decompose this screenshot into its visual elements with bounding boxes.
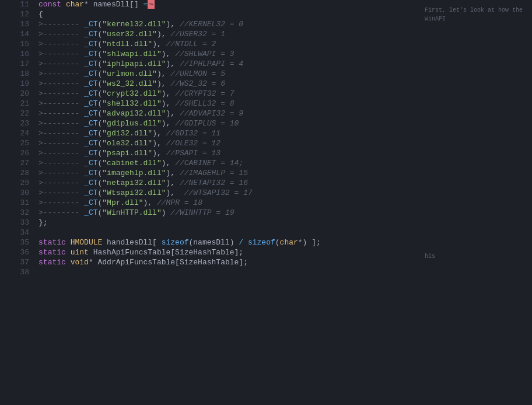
table-row: 12{ (0, 10, 532, 20)
token-comment: >-------- (38, 30, 79, 39)
token-plain: ), (162, 159, 175, 167)
token-plain: ), (162, 119, 175, 128)
token-plain: ), (152, 129, 166, 138)
token-red-mark: ~ (148, 0, 155, 9)
token-comment: >-------- (38, 50, 79, 58)
token-plain: ), (152, 149, 166, 158)
line-number: 18 (0, 69, 36, 79)
line-content: >-------- _CT("psapi.dll"), //PSAPI = 13 (36, 149, 532, 159)
line-content: >-------- _CT("shlwapi.dll"), //SHLWAPI … (36, 50, 532, 60)
token-plain: ), (162, 50, 175, 58)
token-plain (79, 50, 84, 58)
line-number: 20 (0, 89, 36, 99)
token-plain (66, 258, 71, 267)
token-comment: >-------- (38, 129, 79, 138)
line-content: >-------- _CT("Mpr.dll"), //MPR = 18 (36, 198, 532, 208)
token-comment: >-------- (38, 208, 79, 217)
line-content: static void* AddrApiFuncsTable[SizeHashT… (36, 258, 532, 268)
token-comment: >-------- (38, 119, 79, 128)
token-plain: ), (157, 79, 170, 88)
table-row: 20>-------- _CT("crypt32.dll"), //CRYPT3… (0, 89, 532, 99)
table-row: 14>-------- _CT("user32.dll"), //USER32 … (0, 30, 532, 40)
table-row: 31>-------- _CT("Mpr.dll"), //MPR = 18 (0, 198, 532, 208)
token-str: "shlwapi.dll" (102, 50, 161, 58)
line-number: 17 (0, 60, 36, 69)
token-plain (79, 60, 84, 68)
line-number: 35 (0, 238, 36, 248)
line-content (36, 228, 532, 238)
token-comment: //IMAGEHLP = 15 (180, 169, 248, 177)
token-plain: ), (162, 99, 175, 108)
token-comment: >-------- (38, 109, 79, 118)
token-str: "cabinet.dll" (102, 159, 161, 167)
token-str: "advapi32.dll" (102, 109, 166, 118)
table-row: 26>-------- _CT("psapi.dll"), //PSAPI = … (0, 149, 532, 159)
token-op: / (239, 238, 243, 247)
token-str: "netapi32.dll" (102, 179, 166, 187)
token-plain (79, 79, 84, 88)
line-number: 13 (0, 20, 36, 30)
token-plain (79, 89, 84, 98)
token-plain (79, 40, 84, 48)
table-row: 21>-------- _CT("shell32.dll"), //SHELL3… (0, 99, 532, 109)
table-row: 30>-------- _CT("Wtsapi32.dll"), //WTSAP… (0, 188, 532, 198)
token-comment: //CRYPT32 = 7 (175, 89, 234, 98)
token-comment: //ADVAPI32 = 9 (180, 109, 243, 118)
token-plain: ), (166, 109, 180, 118)
code-area[interactable]: 11const char* namesDll[] =~12{13>-------… (0, 0, 532, 405)
token-comment: >-------- (38, 169, 79, 177)
table-row: 36static uint HashApiFuncsTable[SizeHash… (0, 248, 532, 258)
line-content: >-------- _CT("shell32.dll"), //SHELL32 … (36, 99, 532, 109)
token-plain (79, 179, 84, 187)
token-fn: _CT (84, 159, 97, 167)
token-comment: //WINHTTP = 19 (170, 208, 234, 217)
token-comment: >-------- (38, 159, 79, 167)
table-row: 32>-------- _CT("WinHTTP.dll") //WINHTTP… (0, 208, 532, 218)
line-number: 30 (0, 188, 36, 198)
line-number: 37 (0, 258, 36, 268)
token-plain (79, 129, 84, 138)
line-number: 38 (0, 268, 36, 278)
table-row: 25>-------- _CT("ole32.dll"), //OLE32 = … (0, 139, 532, 149)
token-fn: _CT (84, 60, 97, 68)
token-plain: ( (275, 238, 280, 247)
editor-container: 11const char* namesDll[] =~12{13>-------… (0, 0, 532, 405)
line-content: >-------- _CT("kernel32.dll"), //KERNEL3… (36, 20, 532, 30)
token-fn: _CT (84, 188, 97, 197)
token-comment: //GDIPLUS = 10 (175, 119, 239, 128)
token-plain (61, 0, 66, 9)
token-plain: ), (166, 169, 180, 177)
table-row: 22>-------- _CT("advapi32.dll"), //ADVAP… (0, 109, 532, 119)
token-comment: //MPR = 18 (157, 198, 202, 207)
token-str: "ole32.dll" (102, 139, 152, 148)
token-type: char (66, 0, 84, 9)
token-fn: _CT (84, 99, 97, 108)
token-comment: //CABINET = 14; (175, 159, 243, 167)
token-plain: ), (152, 40, 166, 48)
table-row: 19>-------- _CT("ws2_32.dll"), //WS2_32 … (0, 79, 532, 89)
token-str: "ntdll.dll" (102, 40, 152, 48)
table-row: 37static void* AddrApiFuncsTable[SizeHas… (0, 258, 532, 268)
token-plain: ), (166, 20, 180, 29)
token-plain (66, 248, 71, 257)
token-str: "user32.dll" (102, 30, 157, 39)
table-row: 15>-------- _CT("ntdll.dll"), //NTDLL = … (0, 40, 532, 50)
token-type: uint (71, 248, 89, 257)
token-plain (79, 69, 84, 78)
token-plain (79, 169, 84, 177)
table-row: 34 (0, 228, 532, 238)
line-content: >-------- _CT("imagehlp.dll"), //IMAGEHL… (36, 169, 532, 179)
token-str: "iphlpapi.dll" (102, 60, 166, 68)
line-number: 32 (0, 208, 36, 218)
table-row: 16>-------- _CT("shlwapi.dll"), //SHLWAP… (0, 50, 532, 60)
line-number: 27 (0, 159, 36, 169)
token-plain: ), (157, 30, 170, 39)
token-fn: _CT (84, 89, 97, 98)
token-comment: >-------- (38, 188, 79, 197)
token-plain: ), (162, 89, 175, 98)
token-plain (79, 139, 84, 148)
token-str: "gdiplus.dll" (102, 119, 161, 128)
token-comment: //NETAPI32 = 16 (180, 179, 248, 187)
line-content (36, 268, 532, 278)
line-content: >-------- _CT("ole32.dll"), //OLE32 = 12 (36, 139, 532, 149)
